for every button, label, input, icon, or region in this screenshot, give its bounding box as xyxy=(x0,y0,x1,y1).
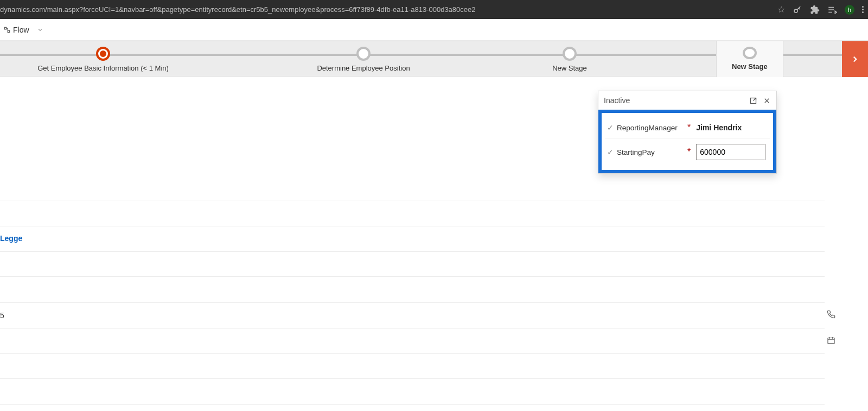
flow-button[interactable]: Flow xyxy=(13,26,29,34)
url-text: dynamics.com/main.aspx?forceUCI=1&navbar… xyxy=(0,5,476,14)
next-stage-button[interactable] xyxy=(842,41,868,77)
lookup-link[interactable]: Legge xyxy=(0,234,22,243)
vertical-scrollbar[interactable] xyxy=(844,91,868,411)
browser-menu-icon[interactable] xyxy=(862,6,864,13)
star-icon[interactable]: ☆ xyxy=(777,4,785,15)
stage-node-icon xyxy=(563,47,577,61)
svg-rect-2 xyxy=(828,338,834,344)
stage-basic-info[interactable]: Get Employee Basic Information (< 1 Min) xyxy=(33,47,174,72)
field-starting-pay[interactable]: ✓ StartingPay * xyxy=(605,138,770,166)
calendar-icon[interactable] xyxy=(827,336,835,345)
extension-icon[interactable] xyxy=(810,5,820,15)
key-icon[interactable] xyxy=(793,5,802,15)
stage-node-icon xyxy=(743,47,757,59)
stage-flyout: Inactive ✓ ReportingManager * Jimi Hendr… xyxy=(598,91,777,174)
playlist-icon[interactable] xyxy=(827,5,837,15)
check-icon: ✓ xyxy=(607,148,614,156)
flyout-header: Inactive xyxy=(598,91,776,110)
stage-node-icon xyxy=(356,47,371,61)
reporting-manager-value[interactable]: Jimi Hendrix xyxy=(696,123,742,132)
profile-avatar[interactable]: h xyxy=(845,5,854,15)
flyout-body: ✓ ReportingManager * Jimi Hendrix ✓ Star… xyxy=(598,110,776,173)
field-reporting-manager[interactable]: ✓ ReportingManager * Jimi Hendrix xyxy=(605,117,770,138)
phone-icon[interactable] xyxy=(827,310,835,319)
chevron-right-icon xyxy=(850,54,860,64)
flow-icon xyxy=(3,26,11,34)
dock-icon[interactable] xyxy=(749,97,757,105)
stage-node-icon xyxy=(96,47,110,61)
flyout-status: Inactive xyxy=(604,96,630,105)
required-indicator: * xyxy=(687,123,691,132)
browser-right-controls: ☆ h xyxy=(777,4,864,15)
browser-address-bar: dynamics.com/main.aspx?forceUCI=1&navbar… xyxy=(0,0,868,19)
required-indicator: * xyxy=(687,147,691,157)
stage-determine-position[interactable]: Determine Employee Position xyxy=(304,47,423,72)
partial-text-5: 5 xyxy=(0,311,4,320)
stage-new-1[interactable]: New Stage xyxy=(542,47,597,72)
chevron-down-icon[interactable] xyxy=(37,27,43,33)
starting-pay-input[interactable] xyxy=(696,144,765,160)
close-icon[interactable] xyxy=(763,97,771,105)
command-bar: Flow xyxy=(0,19,868,41)
check-icon: ✓ xyxy=(607,123,614,132)
business-process-flow: Get Employee Basic Information (< 1 Min)… xyxy=(0,41,868,77)
stage-new-2-selected[interactable]: New Stage xyxy=(716,41,783,77)
